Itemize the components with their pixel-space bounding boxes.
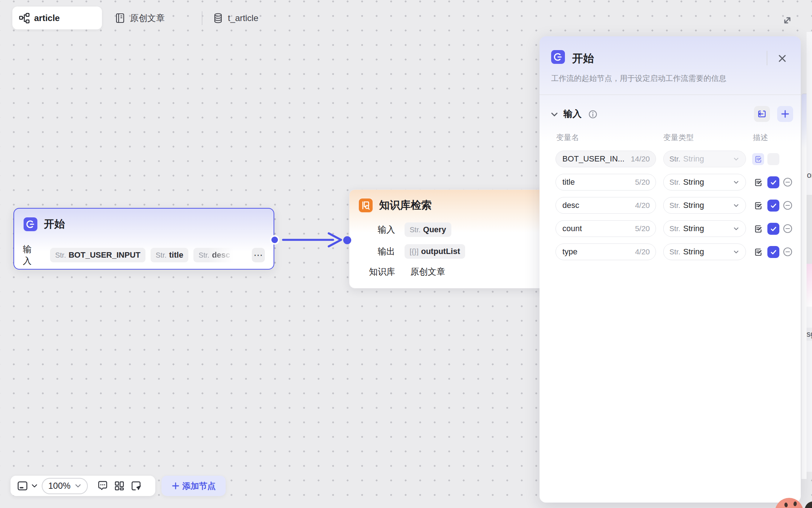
document-icon <box>115 13 126 24</box>
variable-type-select[interactable]: Str. String <box>663 151 746 167</box>
chevron-down-icon <box>733 155 740 163</box>
variable-row: count 5/20 Str. String <box>540 220 801 237</box>
more-variables-button[interactable]: ⋯ <box>252 248 265 262</box>
zoom-value: 100% <box>48 481 70 491</box>
variable-name-input[interactable]: desc 4/20 <box>555 197 656 214</box>
collapse-chevron-icon[interactable] <box>550 110 559 119</box>
add-variable-button[interactable] <box>777 106 793 122</box>
chevron-down-icon <box>733 202 740 209</box>
edge-start-to-knowledge <box>268 230 356 250</box>
tab-label: t_article <box>228 13 258 23</box>
node-start[interactable]: 开始 输入 Str. BOT_USER_INPUT Str. title Str… <box>13 208 274 270</box>
output-port[interactable] <box>271 236 279 244</box>
stacked-panel-content-sliver: or sg <box>807 32 812 472</box>
kb-input-label: 输入 <box>378 224 405 235</box>
clipped-block <box>807 195 812 264</box>
start-node-icon <box>23 217 38 232</box>
fullscreen-expand-button[interactable] <box>779 12 795 28</box>
kb-value: 原创文章 <box>405 266 558 278</box>
variable-tag[interactable]: Str. Query <box>405 222 451 237</box>
remove-variable-button[interactable] <box>783 224 793 234</box>
mascot-head <box>775 498 803 508</box>
input-section-label: 输入 <box>563 108 582 120</box>
tab-table[interactable]: t_article <box>213 7 258 29</box>
variable-tag[interactable]: [{}] outputList <box>405 244 465 259</box>
clipped-pink-header <box>807 264 812 307</box>
chevron-down-icon <box>74 482 82 490</box>
kb-output-label: 输出 <box>378 246 405 257</box>
edit-description-button[interactable] <box>752 246 764 258</box>
variable-type-select[interactable]: Str. String <box>663 220 746 237</box>
edit-description-button[interactable] <box>752 153 764 165</box>
tab-knowledge[interactable]: 原创文章 <box>115 7 165 29</box>
add-node-button[interactable]: 添加节点 <box>161 476 226 496</box>
variable-tag[interactable]: Str. title <box>151 248 188 262</box>
workflow-icon <box>19 13 30 24</box>
import-variables-button[interactable] <box>754 106 770 122</box>
remove-variable-button[interactable] <box>783 247 793 257</box>
database-icon <box>213 13 223 24</box>
clipped-text: or <box>807 171 812 180</box>
variable-name-input[interactable]: count 5/20 <box>555 220 656 237</box>
minimap-toggle-icon[interactable] <box>16 478 29 494</box>
column-header-desc: 描述 <box>753 132 768 143</box>
node-title: 知识库检索 <box>379 198 432 213</box>
remove-variable-button[interactable] <box>783 177 793 187</box>
variable-type-select[interactable]: Str. String <box>663 174 746 190</box>
knowledge-node-icon <box>358 198 373 213</box>
node-kb-header: 知识库检索 <box>349 190 566 213</box>
layout-grid-icon[interactable] <box>111 478 128 494</box>
edit-description-button[interactable] <box>752 200 764 212</box>
required-checkbox-checked[interactable] <box>767 246 779 258</box>
kb-node-body: 输入 Str. Query 输出 [{}] outputList 知识库 原创文… <box>349 222 566 278</box>
panel-description: 工作流的起始节点，用于设定启动工作流需要的信息 <box>551 73 783 83</box>
variable-type-select[interactable]: Str. String <box>663 243 746 260</box>
chevron-down-icon <box>733 248 740 255</box>
required-checkbox-checked[interactable] <box>767 223 779 235</box>
column-header-type: 变量类型 <box>663 132 694 143</box>
canvas-toolbar: 100% <box>11 476 155 496</box>
zoom-level-select[interactable]: 100% <box>42 478 88 494</box>
variable-type-select[interactable]: Str. String <box>663 197 746 214</box>
info-icon[interactable] <box>588 110 598 119</box>
node-title: 开始 <box>44 217 65 232</box>
variable-tag[interactable]: Str. BOT_USER_INPUT <box>50 248 145 262</box>
panel-title: 开始 <box>572 51 594 66</box>
variable-tag[interactable]: Str. desc <box>193 248 235 262</box>
tab-workflow-article[interactable]: article <box>12 7 102 29</box>
input-row-label: 输入 <box>23 243 37 267</box>
tab-label: 原创文章 <box>130 12 165 24</box>
required-checkbox-checked[interactable] <box>767 176 779 188</box>
stacked-panel-sliver <box>801 94 807 479</box>
variable-name-input[interactable]: BOT_USER_IN... 14/20 <box>555 151 656 167</box>
start-node-input-row: 输入 Str. BOT_USER_INPUT Str. title Str. d… <box>14 243 274 267</box>
required-checkbox-checked[interactable] <box>767 200 779 212</box>
export-run-icon[interactable] <box>128 478 144 494</box>
add-node-label: 添加节点 <box>183 480 216 492</box>
chevron-down-icon <box>733 179 740 186</box>
variable-row: type 4/20 Str. String <box>540 243 801 260</box>
variables-table: BOT_USER_IN... 14/20 Str. String title 5… <box>540 151 801 267</box>
column-header-name: 变量名 <box>556 132 579 143</box>
kb-kb-label: 知识库 <box>369 266 405 278</box>
edit-description-button[interactable] <box>752 176 764 188</box>
disabled-checkbox <box>767 153 779 165</box>
divider <box>540 94 801 95</box>
input-port[interactable] <box>343 236 351 244</box>
variable-row: desc 4/20 Str. String <box>540 197 801 214</box>
divider <box>767 51 767 65</box>
variable-name-input[interactable]: title 5/20 <box>555 174 656 190</box>
clipped-chip: sg <box>807 328 812 341</box>
start-node-icon <box>550 49 566 65</box>
node-knowledge-retrieval[interactable]: 知识库检索 输入 Str. Query 输出 [{}] outputList 知… <box>349 189 567 288</box>
tab-label: article <box>34 13 60 23</box>
close-panel-button[interactable] <box>775 51 790 66</box>
node-start-header: 开始 <box>14 209 274 232</box>
edit-description-button[interactable] <box>752 223 764 235</box>
top-tab-bar: article 原创文章 t_article <box>0 0 812 33</box>
comments-icon[interactable] <box>94 478 111 494</box>
variable-name-input[interactable]: type 4/20 <box>555 243 656 260</box>
chevron-down-icon[interactable] <box>29 478 40 494</box>
remove-variable-button[interactable] <box>783 200 793 210</box>
tab-divider <box>202 11 202 25</box>
